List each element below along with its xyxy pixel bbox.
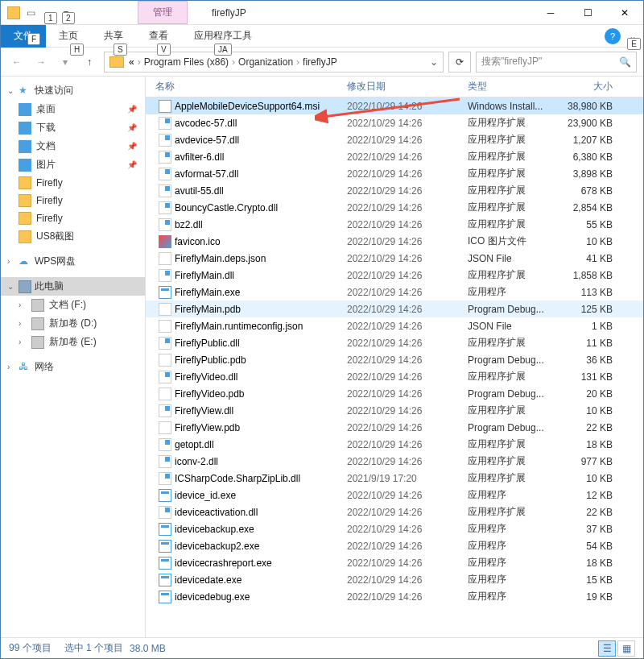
view-icons-button[interactable]: ▦ [617, 640, 635, 657]
file-row[interactable]: FireflyView.pdb2022/10/29 14:26Program D… [146, 419, 643, 436]
content: ⌄ ★ 快速访问 桌面📌下载📌文档📌图片📌FireflyFireflyFiref… [1, 77, 643, 637]
file-row[interactable]: idevicedate.exe2022/10/29 14:26应用程序15 KB [146, 571, 643, 588]
breadcrumb[interactable]: « ›Program Files (x86)›Organization›fire… [104, 52, 444, 73]
file-name: avdevice-57.dll [175, 135, 239, 146]
file-row[interactable]: favicon.ico2022/10/29 14:26ICO 图片文件10 KB [146, 233, 643, 250]
file-type: 应用程序扩展 [468, 471, 564, 485]
file-date: 2022/10/29 14:26 [347, 557, 468, 569]
sidebar-drive[interactable]: ›新加卷 (D:) [1, 314, 145, 333]
breadcrumb-segment[interactable]: Program Files (x86) [144, 56, 229, 68]
sidebar-network[interactable]: › 🖧 网络 [1, 358, 145, 376]
file-rows[interactable]: AppleMobileDeviceSupport64.msi2022/10/29… [146, 97, 643, 637]
file-row[interactable]: bz2.dll2022/10/29 14:26应用程序扩展55 KB [146, 216, 643, 233]
file-row[interactable]: AppleMobileDeviceSupport64.msi2022/10/29… [146, 97, 643, 114]
file-date: 2022/10/29 14:26 [347, 151, 468, 163]
folder-icon [19, 176, 31, 189]
status-count: 99 个项目 [9, 641, 52, 655]
sidebar-this-pc[interactable]: ⌄ 此电脑 [1, 277, 145, 296]
file-row[interactable]: ICSharpCode.SharpZipLib.dll2021/9/19 17:… [146, 470, 643, 487]
file-name: FireflyPublic.pdb [175, 354, 246, 366]
close-button[interactable]: ✕ [606, 1, 643, 25]
pin-icon: 📌 [127, 123, 137, 132]
sidebar-item[interactable]: 文档📌 [1, 137, 145, 155]
breadcrumb-segment[interactable]: Organization [238, 56, 293, 68]
file-name: FireflyMain.deps.json [175, 253, 266, 264]
sidebar-item[interactable]: US8截图 [1, 227, 145, 246]
file-type: 应用程序 [468, 488, 564, 502]
sidebar-item[interactable]: Firefly [1, 192, 145, 209]
file-row[interactable]: idevicebackup.exe2022/10/29 14:26应用程序37 … [146, 520, 643, 537]
file-size: 55 KB [564, 219, 621, 230]
column-type[interactable]: 类型 [468, 80, 564, 93]
sidebar-drive[interactable]: ›新加卷 (E:) [1, 333, 145, 351]
file-row[interactable]: FireflyMain.runtimeconfig.json2022/10/29… [146, 317, 643, 334]
breadcrumb-segment[interactable]: fireflyJP [303, 56, 337, 68]
file-date: 2022/10/29 14:26 [347, 118, 468, 129]
sidebar-item-label: Firefly [36, 195, 63, 206]
folder-icon [19, 212, 31, 225]
file-size: 22 KB [564, 422, 621, 433]
sidebar-item[interactable]: Firefly [1, 209, 145, 227]
chevron-right-icon[interactable]: › [138, 56, 141, 68]
nav-forward-button[interactable]: → [31, 52, 51, 72]
column-name[interactable]: 名称 [146, 80, 347, 93]
file-row[interactable]: FireflyMain.exe2022/10/29 14:26应用程序113 K… [146, 284, 643, 300]
file-row[interactable]: BouncyCastle.Crypto.dll2022/10/29 14:26应… [146, 199, 643, 216]
ribbon-tab[interactable]: 主页 [46, 25, 91, 48]
file-row[interactable]: avdevice-57.dll2022/10/29 14:26应用程序扩展1,2… [146, 131, 643, 148]
sidebar-wps[interactable]: › ☁ WPS网盘 [1, 252, 145, 271]
file-row[interactable]: FireflyView.dll2022/10/29 14:26应用程序扩展10 … [146, 402, 643, 419]
file-row[interactable]: idevice_id.exe2022/10/29 14:26应用程序12 KB [146, 487, 643, 504]
file-row[interactable]: idevicebackup2.exe2022/10/29 14:26应用程序54… [146, 537, 643, 554]
search-input[interactable]: 搜索"fireflyJP" 🔍 [476, 52, 637, 73]
file-row[interactable]: FireflyVideo.pdb2022/10/29 14:26Program … [146, 385, 643, 402]
nav-back-button[interactable]: ← [7, 52, 27, 72]
sidebar-item-label: 文档 [36, 139, 56, 153]
file-row[interactable]: idevicedebug.exe2022/10/29 14:26应用程序19 K… [146, 588, 643, 605]
maximize-button[interactable]: ☐ [569, 1, 606, 25]
file-row[interactable]: getopt.dll2022/10/29 14:26应用程序扩展18 KB [146, 436, 643, 453]
file-row[interactable]: FireflyVideo.dll2022/10/29 14:26应用程序扩展13… [146, 368, 643, 385]
pin-icon: 📌 [127, 160, 137, 169]
navigation-pane: ⌄ ★ 快速访问 桌面📌下载📌文档📌图片📌FireflyFireflyFiref… [1, 77, 146, 637]
minimize-button[interactable]: ─ [532, 1, 569, 25]
view-details-button[interactable]: ☰ [598, 640, 616, 657]
file-date: 2022/10/29 14:26 [347, 524, 468, 535]
file-type: JSON File [468, 253, 564, 264]
sidebar-item[interactable]: 下载📌 [1, 118, 145, 137]
sidebar-item[interactable]: Firefly [1, 174, 145, 192]
file-row[interactable]: FireflyPublic.dll2022/10/29 14:26应用程序扩展1… [146, 334, 643, 351]
sidebar-item[interactable]: 图片📌 [1, 155, 145, 174]
refresh-button[interactable]: ⟳ [448, 52, 471, 73]
file-row[interactable]: FireflyMain.pdb2022/10/29 14:26Program D… [146, 300, 643, 317]
help-icon[interactable]: ? [605, 28, 621, 44]
file-row[interactable]: avutil-55.dll2022/10/29 14:26应用程序扩展678 K… [146, 182, 643, 199]
file-row[interactable]: avfilter-6.dll2022/10/29 14:26应用程序扩展6,38… [146, 148, 643, 165]
file-row[interactable]: iconv-2.dll2022/10/29 14:26应用程序扩展977 KB [146, 453, 643, 470]
column-size[interactable]: 大小 [564, 80, 621, 93]
context-tab-manage[interactable]: 管理 [138, 1, 188, 24]
file-name: FireflyVideo.dll [175, 371, 237, 383]
file-row[interactable]: idevicecrashreport.exe2022/10/29 14:26应用… [146, 554, 643, 571]
file-row[interactable]: avcodec-57.dll2022/10/29 14:26应用程序扩展23,9… [146, 114, 643, 131]
breadcrumb-dropdown-icon[interactable]: ⌄ [430, 56, 438, 68]
sidebar-drive[interactable]: ›文档 (F:) [1, 296, 145, 314]
file-name: favicon.ico [175, 236, 221, 247]
file-row[interactable]: FireflyPublic.pdb2022/10/29 14:26Program… [146, 351, 643, 368]
column-date[interactable]: 修改日期 [347, 80, 468, 93]
chevron-right-icon[interactable]: › [232, 56, 235, 68]
status-selection: 选中 1 个项目 [64, 641, 123, 655]
file-row[interactable]: avformat-57.dll2022/10/29 14:26应用程序扩展3,8… [146, 165, 643, 182]
sidebar-item[interactable]: 桌面📌 [1, 100, 145, 118]
sidebar-quick-access[interactable]: ⌄ ★ 快速访问 [1, 81, 145, 100]
file-icon [159, 269, 171, 282]
file-row[interactable]: FireflyMain.dll2022/10/29 14:26应用程序扩展1,8… [146, 267, 643, 284]
file-row[interactable]: FireflyMain.deps.json2022/10/29 14:26JSO… [146, 250, 643, 267]
qat-properties-icon[interactable]: ▭ [23, 6, 38, 20]
chevron-right-icon[interactable]: › [296, 56, 299, 68]
file-row[interactable]: ideviceactivation.dll2022/10/29 14:26应用程… [146, 504, 643, 520]
breadcrumb-overflow[interactable]: « [129, 56, 134, 68]
file-date: 2022/10/29 14:26 [347, 135, 468, 146]
file-size: 18 KB [564, 439, 621, 450]
file-icon [159, 320, 171, 333]
